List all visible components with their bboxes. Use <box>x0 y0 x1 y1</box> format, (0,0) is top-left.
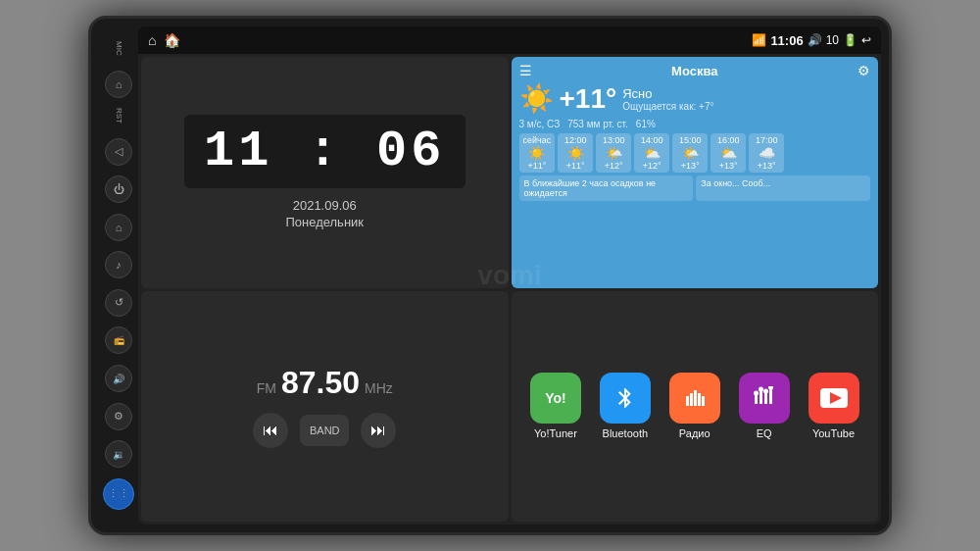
forecast-icon-4: 🌤️ <box>682 145 699 161</box>
weather-widget[interactable]: ☰ Москва ⚙ ☀️ +11° Ясно Ощущается как: +… <box>512 57 879 288</box>
back-btn[interactable]: ↩ <box>861 33 871 47</box>
forecast-1: 12:00 ☀️ +11° <box>558 133 593 173</box>
app-eq[interactable]: EQ <box>739 373 790 439</box>
home-side-btn[interactable]: ⌂ <box>105 71 132 98</box>
svg-rect-4 <box>702 396 705 406</box>
svg-rect-8 <box>769 388 772 404</box>
radio-prev-btn[interactable]: ⏮ <box>253 413 288 448</box>
radio-widget: FM 87.50 MHz ⏮ BAND ⏭ <box>141 291 509 523</box>
radio-side-btn[interactable]: 📻 <box>105 326 132 354</box>
forecast-icon-0: ☀️ <box>528 145 545 161</box>
youtube-label: YouTube <box>812 427 855 439</box>
forecast-time-1: 12:00 <box>564 135 587 145</box>
forecast-icon-1: ☀️ <box>567 145 584 161</box>
svg-rect-1 <box>690 393 693 406</box>
svg-point-9 <box>754 391 759 396</box>
forecast-temp-2: +12° <box>605 161 623 171</box>
forecast-2: 13:00 🌤️ +12° <box>596 133 631 173</box>
humidity-stat: 61% <box>636 119 656 129</box>
svg-rect-2 <box>694 390 697 406</box>
app-yotuner[interactable]: Yo! Yo!Tuner <box>530 373 581 439</box>
forecast-6: 17:00 ☁️ +13° <box>749 133 784 173</box>
radio-app-label: Радио <box>679 427 710 439</box>
radio-band-label: FM <box>257 380 276 396</box>
weather-forecast: сейчас ☀️ +11° 12:00 ☀️ +11° 13:00 🌤️ +1… <box>519 133 871 173</box>
forecast-5: 16:00 ⛅ +13° <box>710 133 746 173</box>
forecast-time-5: 16:00 <box>717 135 740 145</box>
menu-icon[interactable]: ☰ <box>519 63 532 78</box>
clock-hour: 11 <box>204 123 272 180</box>
status-time: 11:06 <box>770 33 803 48</box>
radio-unit: MHz <box>365 380 393 396</box>
weather-header: ☰ Москва ⚙ <box>519 63 871 78</box>
yotuner-label: Yo!Tuner <box>534 427 577 439</box>
forecast-icon-5: ⛅ <box>720 145 737 161</box>
forecast-time-2: 13:00 <box>603 135 625 145</box>
forecast-temp-1: +11° <box>566 161 585 171</box>
forecast-temp-0: +11° <box>527 161 546 171</box>
vol-up-btn[interactable]: 🔊 <box>105 365 132 392</box>
status-bar: ⌂ 🏠 📶 11:06 🔊 10 🔋 ↩ <box>138 26 881 54</box>
forecast-icon-6: ☁️ <box>759 145 775 161</box>
clock-sep: : <box>308 123 342 180</box>
app-radio[interactable]: Радио <box>669 373 720 439</box>
vol-down-btn[interactable]: 🔉 <box>105 440 132 468</box>
radio-frequency-number: 87.50 <box>281 365 360 401</box>
weather-main: ☀️ +11° Ясно Ощущается как: +7° <box>519 82 871 115</box>
forecast-now: сейчас ☀️ +11° <box>519 133 556 173</box>
app-bluetooth[interactable]: Bluetooth <box>600 373 651 439</box>
svg-point-11 <box>763 389 768 394</box>
forecast-temp-3: +12° <box>643 161 662 171</box>
home-side-btn2[interactable]: ⌂ <box>105 214 132 241</box>
eq-label: EQ <box>757 427 772 439</box>
settings-side-btn[interactable]: ⚙ <box>105 403 132 430</box>
rst-label: RST <box>115 108 123 124</box>
main-screen: ⌂ 🏠 📶 11:06 🔊 10 🔋 ↩ 11 : 06 <box>138 26 881 525</box>
radio-app-icon <box>669 373 720 424</box>
bluetooth-icon <box>600 373 651 424</box>
side-buttons: MIC ⌂ RST ◁ ⏻ ⌂ ♪ ↺ 📻 🔊 ⚙ 🔉 ⋮⋮ <box>99 26 138 525</box>
mic-label: MIC <box>115 41 123 56</box>
home-icon[interactable]: ⌂ <box>148 32 156 48</box>
volume-icon: 🔊 <box>808 33 822 47</box>
news-item-1: В ближайшие 2 часа осадков не ожидается <box>519 175 694 201</box>
svg-rect-6 <box>760 390 762 404</box>
svg-point-10 <box>759 387 763 392</box>
music-side-btn[interactable]: ♪ <box>105 251 132 278</box>
status-left-icons: ⌂ 🏠 <box>148 32 180 48</box>
svg-rect-0 <box>686 396 689 406</box>
svg-rect-7 <box>764 392 767 404</box>
clock-date: 2021.09.06 <box>293 198 357 213</box>
weather-news: В ближайшие 2 часа осадков не ожидается … <box>519 175 871 201</box>
nav-side-btn[interactable]: ◁ <box>105 138 132 166</box>
radio-band-btn[interactable]: BAND <box>300 415 349 446</box>
wifi-icon: 📶 <box>752 33 766 47</box>
apps-side-btn[interactable]: ⋮⋮ <box>103 478 134 510</box>
apps-widget: Yo! Yo!Tuner Bluetooth <box>512 291 879 523</box>
weather-settings-icon[interactable]: ⚙ <box>858 63 870 78</box>
clock-display: 11 : 06 <box>184 115 466 188</box>
forecast-icon-2: 🌤️ <box>606 145 622 161</box>
radio-frequency-display: FM 87.50 MHz <box>257 365 393 401</box>
clock-day: Понедельник <box>285 215 364 229</box>
radio-controls: ⏮ BAND ⏭ <box>253 413 396 448</box>
svg-rect-3 <box>698 393 701 406</box>
app-youtube[interactable]: YouTube <box>808 373 859 439</box>
wind-stat: 3 м/с, СЗ <box>519 119 561 129</box>
weather-temp: +11° <box>560 83 617 115</box>
back-side-btn[interactable]: ↺ <box>105 289 132 317</box>
forecast-time-6: 17:00 <box>756 135 778 145</box>
battery-icon: 🔋 <box>843 33 858 47</box>
weather-stats: 3 м/с, СЗ 753 мм рт. ст. 61% <box>519 119 871 129</box>
weather-city: Москва <box>532 64 858 78</box>
bluetooth-label: Bluetooth <box>603 427 648 439</box>
forecast-icon-3: ⛅ <box>644 145 661 161</box>
forecast-time-0: сейчас <box>523 135 552 145</box>
house-icon[interactable]: 🏠 <box>164 32 180 48</box>
svg-point-12 <box>768 386 773 390</box>
radio-next-btn[interactable]: ⏭ <box>361 413 396 448</box>
power-side-btn[interactable]: ⏻ <box>105 175 132 203</box>
forecast-temp-5: +13° <box>719 161 738 171</box>
weather-feels: Ощущается как: +7° <box>622 101 713 112</box>
forecast-time-3: 14:00 <box>641 135 663 145</box>
